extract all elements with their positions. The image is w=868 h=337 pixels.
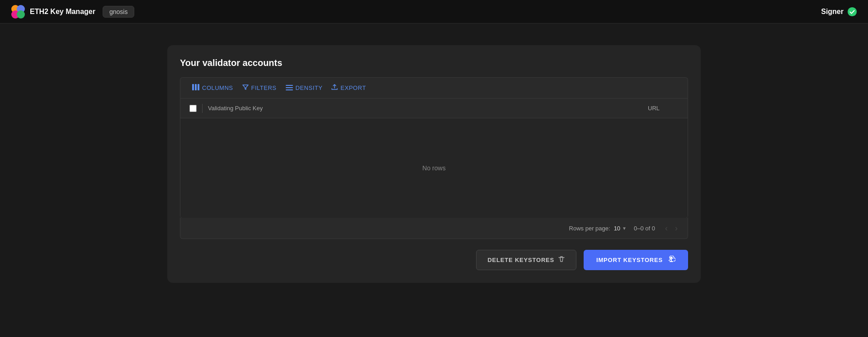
app-logo-icon bbox=[11, 5, 25, 19]
delete-keystores-label: DELETE KEYSTORES bbox=[487, 257, 554, 263]
chevron-down-icon: ▼ bbox=[622, 226, 627, 231]
validator-card: Your validator accounts COLUMNS bbox=[167, 45, 701, 283]
export-label: EXPORT bbox=[340, 84, 366, 91]
filters-label: FILTERS bbox=[251, 84, 277, 91]
import-keystores-button[interactable]: IMPORT KEYSTORES bbox=[584, 250, 688, 270]
export-icon bbox=[331, 84, 338, 92]
svg-rect-6 bbox=[195, 84, 197, 90]
header-divider bbox=[202, 104, 203, 113]
col-url: URL bbox=[648, 105, 684, 112]
no-rows-text: No rows bbox=[422, 164, 445, 172]
network-tag[interactable]: gnosis bbox=[103, 6, 134, 18]
topnav: ETH2 Key Manager gnosis Signer bbox=[0, 0, 868, 23]
app-title: ETH2 Key Manager bbox=[30, 8, 95, 16]
filters-icon bbox=[242, 84, 249, 92]
filters-button[interactable]: FILTERS bbox=[238, 82, 281, 94]
signer-badge: Signer bbox=[821, 7, 857, 17]
delete-keystores-button[interactable]: DELETE KEYSTORES bbox=[476, 250, 576, 270]
columns-button[interactable]: COLUMNS bbox=[188, 82, 238, 94]
svg-rect-5 bbox=[192, 84, 194, 90]
page-info: 0–0 of 0 bbox=[634, 225, 655, 232]
page-title: Your validator accounts bbox=[180, 58, 688, 68]
columns-label: COLUMNS bbox=[202, 84, 233, 91]
table-wrapper: Validating Public Key URL No rows bbox=[180, 98, 688, 218]
trash-icon bbox=[558, 256, 565, 264]
rows-per-page-value: 10 bbox=[614, 225, 620, 232]
svg-point-4 bbox=[848, 7, 857, 16]
svg-rect-10 bbox=[286, 89, 293, 90]
col-validating-key: Validating Public Key bbox=[208, 105, 648, 112]
export-button[interactable]: EXPORT bbox=[327, 82, 370, 94]
columns-icon bbox=[192, 84, 199, 92]
svg-rect-9 bbox=[286, 87, 293, 88]
bottom-actions: DELETE KEYSTORES IMPORT KEYSTORES bbox=[180, 250, 688, 270]
next-page-button[interactable]: › bbox=[672, 223, 680, 233]
app-logo: ETH2 Key Manager bbox=[11, 5, 95, 19]
rows-per-page-select[interactable]: 10 ▼ bbox=[614, 225, 627, 232]
import-keystores-label: IMPORT KEYSTORES bbox=[596, 257, 663, 263]
rows-per-page-section: Rows per page: 10 ▼ bbox=[569, 225, 627, 232]
table-header: Validating Public Key URL bbox=[180, 98, 688, 118]
select-all-checkbox-cell[interactable] bbox=[184, 105, 202, 112]
density-button[interactable]: DENSITY bbox=[281, 83, 327, 94]
page-nav: ‹ › bbox=[662, 223, 680, 233]
table-toolbar: COLUMNS FILTERS bbox=[180, 77, 688, 98]
pagination-bar: Rows per page: 10 ▼ 0–0 of 0 ‹ › bbox=[180, 218, 688, 239]
upload-cloud-icon bbox=[667, 256, 675, 264]
prev-page-button[interactable]: ‹ bbox=[662, 223, 670, 233]
check-icon bbox=[847, 7, 857, 17]
select-all-checkbox[interactable] bbox=[189, 105, 197, 112]
main-content: Your validator accounts COLUMNS bbox=[0, 23, 868, 304]
svg-rect-8 bbox=[286, 85, 293, 86]
density-icon bbox=[286, 84, 293, 92]
rows-per-page-label: Rows per page: bbox=[569, 225, 610, 232]
signer-label: Signer bbox=[821, 8, 844, 16]
svg-point-3 bbox=[17, 10, 25, 19]
table-body: No rows bbox=[180, 118, 688, 218]
svg-rect-7 bbox=[198, 84, 199, 90]
density-label: DENSITY bbox=[296, 84, 323, 91]
